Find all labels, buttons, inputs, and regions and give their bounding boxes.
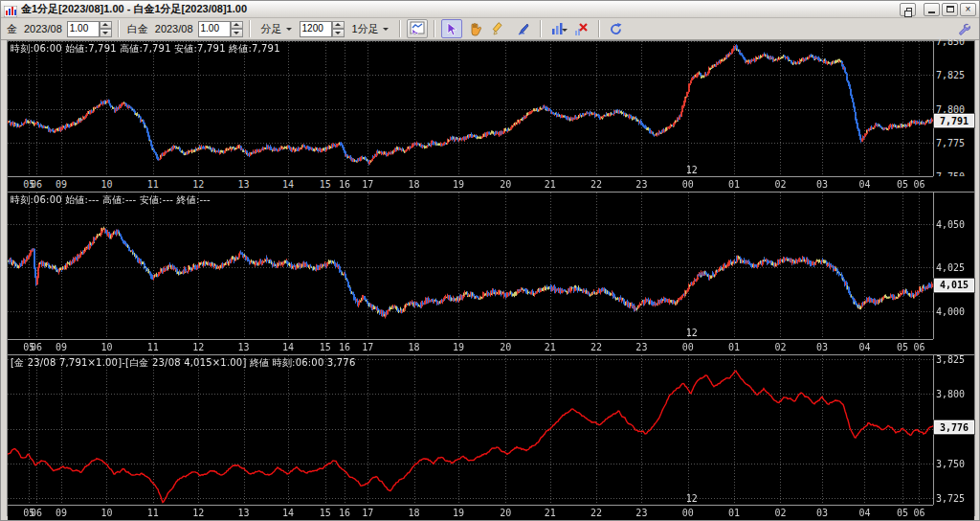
chart-type-dropdown-button[interactable]: [547, 19, 568, 38]
toolbar-separator: [249, 20, 251, 37]
refresh-button[interactable]: [606, 19, 627, 38]
toolbar-separator: [540, 20, 542, 37]
hand-icon: [468, 22, 482, 36]
time-tick-label: 05: [897, 508, 908, 518]
time-tick-label: 13: [238, 342, 250, 352]
time-tick-label: 13: [238, 179, 250, 190]
date-marker-label: 12: [686, 328, 698, 338]
platinum-label: 白金: [125, 22, 150, 36]
toolbar-separator: [434, 20, 435, 37]
close-button[interactable]: ×: [960, 3, 976, 16]
chevron-down-icon: [286, 28, 292, 31]
gold-candle-chart[interactable]: [8, 41, 933, 176]
time-tick-label: 06: [913, 342, 924, 352]
pencil-icon: [492, 22, 506, 36]
date-marker-label: 12: [686, 493, 698, 504]
platinum-multiplier-stepper[interactable]: 1.00: [198, 21, 243, 37]
window-title: 金1分足[2023/08]1.00 - 白金1分足[2023/08]1.00: [21, 2, 900, 16]
time-tick-label: 13: [238, 508, 250, 518]
price-tick-label: 4,050: [936, 219, 965, 230]
chart-pointer-icon: [410, 21, 425, 36]
delete-drawing-button[interactable]: [571, 19, 592, 38]
time-tick-label: 10: [100, 508, 112, 518]
platinum-month-value: 2023/08: [153, 23, 195, 34]
time-tick-label: 14: [282, 342, 294, 352]
last-price-badge: 7,791: [934, 114, 974, 127]
chevron-down-icon: [562, 29, 568, 32]
spread-info-line: [金 23/08 7,791×1.00]-[白金 23/08 4,015×1.0…: [11, 356, 355, 370]
time-tick-label: 15: [320, 179, 331, 190]
time-tick-label: 16: [339, 179, 350, 190]
spread-price-axis: 3,7253,7503,8003,8253,776: [933, 355, 974, 505]
time-tick-label: 04: [858, 179, 870, 190]
time-tick-label: 22: [590, 508, 602, 518]
time-tick-label: 20: [500, 508, 511, 518]
time-tick-label: 00: [682, 342, 694, 352]
bar-type-dropdown[interactable]: 分足: [256, 20, 297, 38]
time-tick-label: 01: [728, 508, 740, 518]
minimize-button[interactable]: [924, 3, 940, 16]
pan-hand-tool-button[interactable]: [465, 19, 486, 38]
time-tick-label: 00: [682, 508, 694, 518]
time-tick-label: 06: [31, 508, 42, 518]
price-tick-label: 7,850: [936, 36, 965, 47]
chart-app-window: 金1分足[2023/08]1.00 - 白金1分足[2023/08]1.00 ×…: [0, 0, 980, 521]
price-tick-label: 7,775: [936, 138, 965, 148]
date-marker-label: 12: [686, 165, 698, 175]
time-tick-label: 05: [897, 179, 908, 190]
spread-line-chart[interactable]: [8, 355, 933, 505]
toolbar-separator: [399, 20, 401, 37]
gold-multiplier-stepper[interactable]: 1.00: [67, 21, 112, 37]
last-price-badge: 3,776: [934, 420, 974, 434]
toolbar: 金 2023/08 1.00 白金 2023/08 1.00 分足 1200 1…: [1, 18, 979, 40]
maximize-button[interactable]: [942, 3, 958, 16]
pencil-tool-button[interactable]: [489, 19, 510, 38]
spin-up-icon: [332, 21, 345, 30]
spread-time-axis: 0506091011121314151617181920212223000102…: [8, 505, 933, 520]
gold-chart-panel: 時刻:06:00 始値:7,791 高値:7,791 安値:7,791 終値:7…: [8, 41, 974, 192]
time-tick-label: 06: [913, 179, 924, 190]
toolbar-separator: [118, 20, 120, 37]
spread-chart-panel: [金 23/08 7,791×1.00]-[白金 23/08 4,015×1.0…: [8, 354, 974, 520]
time-tick-label: 12: [192, 342, 204, 352]
gold-month-value: 2023/08: [22, 23, 64, 34]
time-tick-label: 11: [147, 179, 159, 190]
settings-button[interactable]: [954, 20, 973, 37]
time-tick-label: 17: [362, 179, 373, 190]
interval-dropdown[interactable]: 1分足: [347, 20, 393, 38]
float-window-button[interactable]: [900, 3, 916, 16]
gold-price-axis: 7,7507,7757,8007,8257,8507,791: [933, 41, 974, 176]
time-tick-label: 14: [282, 508, 294, 518]
spread-plot: [金 23/08 7,791×1.00]-[白金 23/08 4,015×1.0…: [8, 355, 933, 505]
time-tick-label: 00: [682, 179, 694, 190]
quote-info-line: 時刻:06:00 始値:7,791 高値:7,791 安値:7,791 終値:7…: [11, 42, 280, 56]
pen-tool-button[interactable]: [513, 19, 534, 38]
time-tick-label: 10: [100, 342, 112, 352]
time-tick-label: 12: [192, 179, 204, 190]
select-cursor-tool-button[interactable]: [441, 19, 462, 38]
time-tick-label: 02: [774, 508, 786, 518]
time-tick-label: 18: [408, 342, 419, 352]
wrench-icon: [957, 22, 970, 35]
time-tick-label: 16: [339, 508, 350, 518]
time-tick-label: 14: [282, 179, 294, 190]
time-tick-label: 03: [816, 342, 828, 352]
time-tick-label: 02: [774, 179, 786, 190]
price-tick-label: 3,800: [936, 389, 965, 399]
price-tick-label: 7,825: [936, 70, 965, 80]
price-tick-label: 3,750: [936, 459, 965, 469]
time-tick-label: 06: [31, 342, 42, 352]
time-tick-label: 06: [913, 508, 924, 518]
time-tick-label: 05: [897, 342, 908, 352]
platinum-chart-panel: 時刻:06:00 始値:--- 高値:--- 安値:--- 終値:--- 12 …: [8, 192, 974, 354]
time-tick-label: 15: [320, 342, 331, 352]
chart-pointer-tool-button[interactable]: [407, 19, 428, 38]
price-tick-label: 3,725: [936, 493, 965, 504]
pen-icon: [516, 22, 530, 36]
platinum-candle-chart[interactable]: [8, 193, 933, 339]
time-tick-label: 03: [816, 179, 828, 190]
price-tick-label: 7,800: [936, 104, 965, 115]
time-tick-label: 20: [500, 342, 511, 352]
bar-count-stepper[interactable]: 1200: [300, 21, 345, 37]
time-tick-label: 23: [635, 342, 647, 352]
